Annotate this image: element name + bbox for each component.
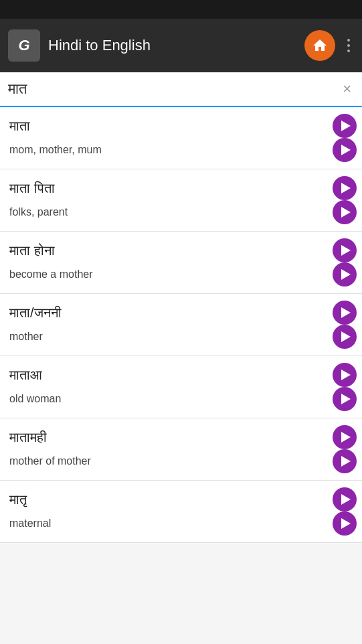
result-item: माता होना become a mother xyxy=(0,232,362,294)
play-icon xyxy=(341,432,351,442)
home-button[interactable] xyxy=(304,30,335,61)
english-text: folks, parent xyxy=(9,206,333,218)
dot-icon xyxy=(347,39,350,42)
english-row: become a mother xyxy=(9,262,362,287)
hindi-text: माता पिता xyxy=(9,181,333,196)
hindi-text: मातृ xyxy=(9,492,333,507)
hindi-text: माता xyxy=(9,118,333,134)
play-hindi-button[interactable] xyxy=(333,425,357,449)
play-icon xyxy=(341,518,351,529)
hindi-row: माता होना xyxy=(9,238,362,262)
hindi-text: माता/जननी xyxy=(9,305,333,321)
english-text: maternal xyxy=(9,517,333,530)
dot-icon xyxy=(347,50,350,52)
hindi-row: मातृ xyxy=(9,487,362,511)
english-row: mother of mother xyxy=(9,449,362,473)
play-english-button[interactable] xyxy=(333,387,357,411)
app-bar: G Hindi to English xyxy=(0,19,362,72)
app-title: Hindi to English xyxy=(48,37,304,54)
play-icon xyxy=(341,207,351,218)
result-item: माता mom, mother, mum xyxy=(0,107,362,169)
play-hindi-button[interactable] xyxy=(333,114,357,138)
english-row: folks, parent xyxy=(9,200,362,224)
play-hindi-button[interactable] xyxy=(333,363,357,387)
search-bar: × xyxy=(0,72,362,107)
play-icon xyxy=(341,145,351,155)
more-options-button[interactable] xyxy=(343,36,354,55)
english-text: old woman xyxy=(9,393,333,405)
english-row: mother xyxy=(9,325,362,349)
english-row: maternal xyxy=(9,511,362,536)
hindi-row: माताआ xyxy=(9,363,362,387)
play-icon xyxy=(341,370,351,380)
play-icon xyxy=(341,494,351,505)
play-icon xyxy=(341,394,351,404)
result-item: मातामही mother of mother xyxy=(0,418,362,481)
result-item: माता पिता folks, parent xyxy=(0,169,362,232)
hindi-row: मातामही xyxy=(9,425,362,449)
play-english-button[interactable] xyxy=(333,449,357,473)
english-text: mom, mother, mum xyxy=(9,144,333,156)
logo-text: G xyxy=(18,37,29,54)
play-hindi-button[interactable] xyxy=(333,487,357,511)
play-icon xyxy=(341,269,351,280)
home-icon xyxy=(312,37,328,54)
play-english-button[interactable] xyxy=(333,325,357,349)
play-icon xyxy=(341,456,351,467)
hindi-text: माताआ xyxy=(9,368,333,383)
play-hindi-button[interactable] xyxy=(333,301,357,325)
hindi-text: मातामही xyxy=(9,430,333,445)
result-item: माता/जननी mother xyxy=(0,294,362,356)
dot-icon xyxy=(347,44,350,47)
english-text: become a mother xyxy=(9,268,333,280)
result-item: माताआ old woman xyxy=(0,356,362,418)
english-text: mother of mother xyxy=(9,455,333,467)
status-bar xyxy=(0,0,362,19)
english-row: mom, mother, mum xyxy=(9,138,362,162)
play-icon xyxy=(341,331,351,342)
play-icon xyxy=(341,307,351,318)
results-list: माता mom, mother, mum माता पिता folks, p… xyxy=(0,107,362,543)
search-input[interactable] xyxy=(8,80,340,98)
result-item: मातृ maternal xyxy=(0,481,362,543)
clear-button[interactable]: × xyxy=(340,78,354,100)
play-hindi-button[interactable] xyxy=(333,238,357,262)
hindi-row: माता पिता xyxy=(9,176,362,200)
hindi-row: माता xyxy=(9,114,362,138)
english-row: old woman xyxy=(9,387,362,411)
play-english-button[interactable] xyxy=(333,138,357,162)
hindi-row: माता/जननी xyxy=(9,301,362,325)
english-text: mother xyxy=(9,331,333,343)
play-english-button[interactable] xyxy=(333,200,357,224)
play-hindi-button[interactable] xyxy=(333,176,357,200)
play-english-button[interactable] xyxy=(333,262,357,287)
app-logo: G xyxy=(8,29,40,62)
play-icon xyxy=(341,120,351,131)
play-icon xyxy=(341,245,351,256)
play-english-button[interactable] xyxy=(333,511,357,536)
hindi-text: माता होना xyxy=(9,243,333,258)
play-icon xyxy=(341,183,351,193)
